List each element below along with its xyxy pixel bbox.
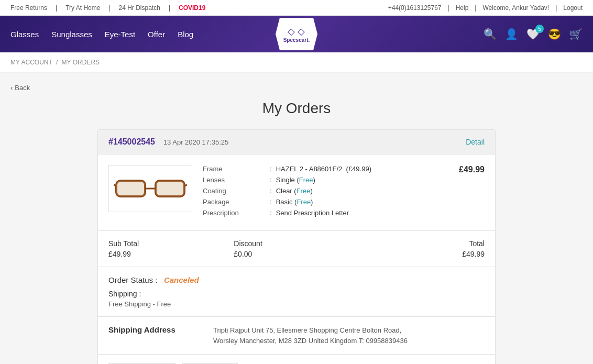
logout-link[interactable]: Logout: [563, 4, 583, 12]
sub-total-value: £49.99: [108, 250, 234, 258]
order-header: #145002545 13 Apr 2020 17:35:25 Detail: [98, 130, 495, 155]
nav-offer[interactable]: Offer: [148, 30, 165, 39]
status-line: Order Status : Canceled: [108, 275, 485, 284]
wishlist-icon[interactable]: 🤍 5: [526, 28, 540, 40]
back-link[interactable]: ‹ Back: [10, 84, 30, 92]
product-details: Frame : HAZEL 2 - A88601F/2 (£49.99) Len…: [203, 165, 438, 220]
coating-row: Coating : Clear (Free): [203, 187, 438, 195]
top-bar-left: Free Returns | Try At Home | 24 Hr Dispa…: [10, 4, 205, 12]
logo[interactable]: ◇ ◇ Specscart.: [276, 18, 317, 50]
nav-icons: 🔍 👤 🤍 5 😎 🛒: [484, 28, 583, 40]
shipping-label: Shipping :: [108, 290, 485, 298]
total-value: £49.99: [359, 250, 485, 258]
breadcrumb-my-account[interactable]: MY ACCOUNT: [10, 59, 52, 66]
package-value: Basic (Free): [276, 198, 313, 206]
total-section: Total £49.99: [359, 239, 485, 258]
cart-icon[interactable]: 🛒: [569, 28, 583, 40]
svg-line-4: [184, 185, 187, 186]
package-row: Package : Basic (Free): [203, 198, 438, 206]
order-status-value: Canceled: [164, 275, 199, 284]
free-returns-link[interactable]: Free Returns: [10, 4, 47, 12]
nav-sunglasses[interactable]: Sunglasses: [51, 30, 92, 39]
discount-section: Discount £0.00: [234, 239, 359, 258]
lenses-label: Lenses: [203, 176, 266, 184]
back-label: Back: [15, 84, 30, 92]
help-link[interactable]: Help: [456, 4, 469, 12]
address-line1: Tripti Rajput Unit 75, Ellesmere Shoppin…: [213, 326, 401, 334]
welcome-message: Welcome, Ankur Yadav!: [482, 4, 549, 12]
breadcrumb-my-orders[interactable]: MY ORDERS: [62, 59, 100, 66]
package-label: Package: [203, 198, 266, 206]
buttons-row: Track Package View Order: [98, 355, 495, 364]
order-status-label: Order Status :: [108, 275, 157, 284]
order-date: 13 Apr 2020 17:35:25: [163, 138, 228, 146]
product-image: [108, 165, 192, 212]
svg-rect-6: [156, 181, 184, 196]
sub-total-section: Sub Total £49.99: [108, 239, 234, 258]
breadcrumb-separator: /: [56, 59, 58, 66]
sub-total-label: Sub Total: [108, 239, 234, 248]
lenses-row: Lenses : Single (Free): [203, 176, 438, 184]
breadcrumb: MY ACCOUNT / MY ORDERS: [0, 52, 593, 73]
try-home-icon[interactable]: 😎: [548, 28, 561, 40]
coating-value: Clear (Free): [276, 187, 313, 195]
svg-line-3: [114, 185, 116, 186]
wishlist-badge: 5: [535, 25, 544, 33]
frame-value: HAZEL 2 - A88601F/2 (£49.99): [276, 165, 371, 173]
discount-value: £0.00: [234, 250, 359, 258]
header: Glasses Sunglasses Eye-Test Offer Blog ◇…: [0, 16, 593, 52]
logo-diamonds: ◇ ◇: [288, 26, 305, 37]
product-row: Frame : HAZEL 2 - A88601F/2 (£49.99) Len…: [98, 155, 495, 231]
phone-number: +44(0)1613125767: [388, 4, 442, 12]
coating-label: Coating: [203, 187, 266, 195]
covid-link[interactable]: COVID19: [179, 4, 205, 12]
prescription-label: Prescription: [203, 209, 266, 217]
totals-row: Sub Total £49.99 Discount £0.00 Total £4…: [98, 231, 495, 267]
order-detail-link[interactable]: Detail: [466, 138, 485, 146]
shipping-address-heading: Shipping Address: [108, 325, 192, 346]
page-title: My Orders: [10, 100, 583, 117]
main-content: ‹ Back My Orders #145002545 13 Apr 2020 …: [0, 73, 593, 364]
order-number: #145002545: [108, 137, 155, 146]
main-nav: Glasses Sunglasses Eye-Test Offer Blog: [10, 30, 193, 39]
search-icon[interactable]: 🔍: [484, 28, 497, 40]
svg-rect-5: [116, 181, 145, 196]
order-header-left: #145002545 13 Apr 2020 17:35:25: [108, 137, 228, 147]
nav-blog[interactable]: Blog: [178, 30, 193, 39]
glasses-illustration: [114, 170, 187, 207]
try-at-home-link[interactable]: Try At Home: [65, 4, 100, 12]
account-icon[interactable]: 👤: [505, 28, 518, 40]
prescription-row: Prescription : Send Prescription Letter: [203, 209, 438, 217]
top-bar-right: +44(0)1613125767 | Help | Welcome, Ankur…: [388, 4, 583, 12]
frame-label: Frame: [203, 165, 266, 173]
nav-glasses[interactable]: Glasses: [10, 30, 39, 39]
lenses-value: Single (Free): [276, 176, 315, 184]
status-row: Order Status : Canceled Shipping : Free …: [98, 267, 495, 317]
address-row: Shipping Address Tripti Rajput Unit 75, …: [98, 317, 495, 355]
back-chevron-icon: ‹: [10, 84, 13, 92]
address-line2: Worsley Manchester, M28 3ZD United Kingd…: [213, 337, 408, 345]
top-bar: Free Returns | Try At Home | 24 Hr Dispa…: [0, 0, 593, 16]
dispatch-link[interactable]: 24 Hr Dispatch: [119, 4, 160, 12]
shipping-value: Free Shipping - Free: [108, 300, 485, 308]
frame-row: Frame : HAZEL 2 - A88601F/2 (£49.99): [203, 165, 438, 173]
prescription-value: Send Prescription Letter: [276, 209, 349, 217]
discount-label: Discount: [234, 239, 359, 248]
logo-text: Specscart.: [283, 37, 310, 43]
total-label: Total: [359, 239, 485, 248]
nav-eye-test[interactable]: Eye-Test: [105, 30, 135, 39]
item-price: £49.99: [448, 165, 485, 220]
shipping-address-text: Tripti Rajput Unit 75, Ellesmere Shoppin…: [213, 325, 408, 346]
order-card: #145002545 13 Apr 2020 17:35:25 Detail: [97, 129, 496, 364]
